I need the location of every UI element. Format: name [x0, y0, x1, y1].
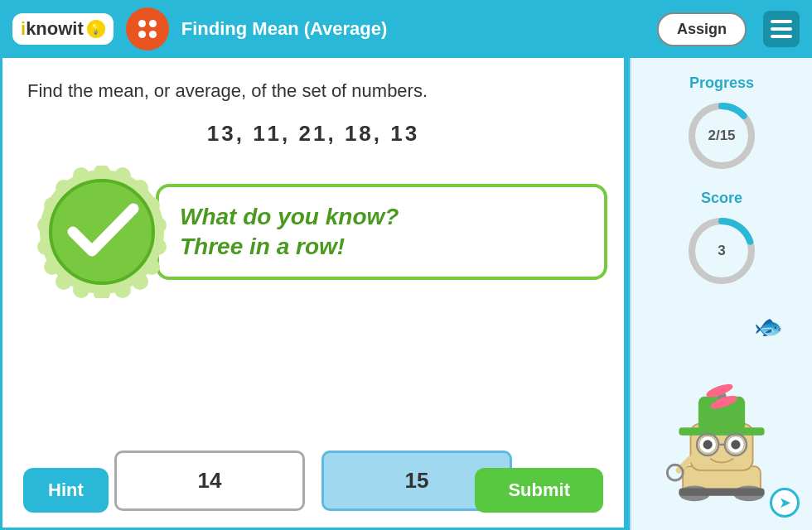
progress-gauge-svg	[684, 99, 759, 173]
svg-point-9	[114, 282, 131, 298]
scallop-svg	[36, 166, 168, 298]
celebration-overlay: What do you know? Three in a row!	[36, 166, 607, 298]
bottom-bar: Hint Submit	[23, 468, 603, 513]
score-gauge-svg	[684, 214, 759, 288]
svg-rect-29	[679, 488, 764, 495]
submit-button[interactable]: Submit	[475, 468, 603, 513]
assign-button[interactable]: Assign	[657, 12, 747, 46]
progress-gauge: 2/15	[684, 99, 759, 173]
progress-label: Progress	[684, 75, 759, 92]
hint-button[interactable]: Hint	[23, 468, 109, 513]
header: iknowit 💡 Finding Mean (Average) Assign	[0, 0, 812, 58]
logo-text: iknowit	[21, 18, 84, 40]
menu-button[interactable]	[763, 11, 800, 47]
svg-point-19	[51, 181, 153, 283]
fish-icon: 🐟	[754, 313, 783, 340]
celebration-line2: Three in a row!	[180, 234, 345, 259]
svg-point-12	[56, 273, 72, 290]
score-gauge: 3	[684, 214, 759, 288]
menu-icon	[771, 27, 792, 31]
character-area: 🐟	[644, 305, 800, 513]
svg-point-11	[73, 282, 89, 298]
menu-icon	[771, 20, 792, 23]
sidebar: Progress 2/15 Score 3	[630, 58, 812, 530]
next-arrow[interactable]: ➤	[770, 488, 800, 518]
logo-icon: 💡	[87, 20, 105, 38]
menu-icon	[771, 35, 792, 38]
lesson-icon	[126, 7, 169, 51]
celebration-line1: What do you know?	[180, 204, 399, 229]
score-section: Score 3	[684, 190, 759, 288]
score-label: Score	[684, 190, 759, 207]
question-panel: Find the mean, or average, of the set of…	[0, 58, 626, 530]
lesson-title: Finding Mean (Average)	[181, 18, 645, 40]
main-content: Find the mean, or average, of the set of…	[0, 58, 812, 530]
question-instruction: Find the mean, or average, of the set of…	[27, 79, 599, 104]
robot-character	[664, 381, 780, 505]
number-set: 13, 11, 21, 18, 13	[27, 121, 599, 147]
progress-section: Progress 2/15	[684, 75, 759, 173]
logo: iknowit 💡	[12, 13, 114, 45]
svg-point-39	[731, 440, 740, 449]
svg-point-8	[132, 273, 148, 290]
celebration-bubble: What do you know? Three in a row!	[156, 184, 607, 281]
celebration-text: What do you know? Three in a row!	[180, 202, 583, 263]
checkmark-badge	[36, 166, 168, 298]
svg-point-37	[703, 440, 713, 449]
